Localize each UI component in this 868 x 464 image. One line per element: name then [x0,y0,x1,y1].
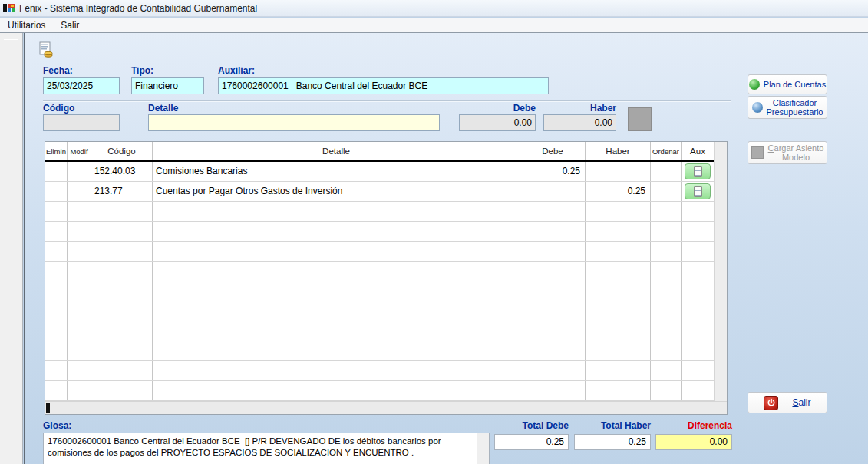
grid-cell [520,341,586,360]
table-row[interactable] [45,262,715,281]
table-row[interactable] [45,341,715,361]
grid-cell [153,381,520,400]
table-row[interactable] [45,301,715,321]
entries-grid: Elimin Modif Código Detalle Debe Haber O… [45,141,728,415]
grid-cell [586,202,651,221]
clasificador-label: Clasificador Presupuestario [767,98,823,117]
table-row[interactable] [45,361,715,381]
scrollbar-thumb[interactable] [46,403,50,413]
grid-cell [586,341,651,360]
grid-cell [651,262,682,281]
grid-cell [68,361,91,380]
add-entry-button[interactable] [628,107,652,131]
divider [43,100,731,102]
table-row[interactable] [45,202,715,222]
grid-cell [45,281,68,301]
left-collapsed-panel[interactable] [0,33,23,464]
fecha-field[interactable]: 25/03/2025 [43,77,120,94]
title-bar: Fenix - Sistema Integrado de Contabilida… [0,0,868,17]
salir-button[interactable]: Salir [748,392,827,413]
table-row[interactable] [45,242,715,262]
grid-horizontal-scrollbar[interactable] [45,401,727,414]
col-header-modif: Modif [68,142,91,160]
diferencia-label: Diferencia [655,420,732,431]
detalle-field[interactable] [148,114,440,131]
grid-cell [682,162,715,181]
menu-salir[interactable]: Salir [53,18,87,32]
auxiliar-field[interactable]: 1760002600001 Banco Central del Ecuador … [218,77,549,94]
codigo-label: Código [43,103,74,114]
table-row[interactable] [45,222,715,242]
grid-cell [586,361,651,380]
grid-cell [586,242,651,261]
grid-cell [68,162,91,181]
grid-cell [586,301,651,321]
grid-cell [91,281,153,301]
debe-field[interactable]: 0.00 [459,114,536,131]
gray-square-icon [751,146,764,159]
col-header-elimin: Elimin [45,142,68,160]
salir-label: Salir [792,398,810,407]
cargar-label: Cargar Asiento Modelo [768,143,824,162]
grid-cell [651,242,682,261]
table-row[interactable]: 213.77Cuentas por Pagar Otros Gastos de … [45,182,715,202]
grid-cell [68,381,91,400]
plan-de-cuentas-button[interactable]: Plan de Cuentas [748,74,827,94]
aux-button[interactable] [685,163,711,179]
table-row[interactable] [45,281,715,301]
grid-cell [651,301,682,321]
glosa-field[interactable]: 1760002600001 Banco Central del Ecuador … [43,433,490,464]
grid-cell [45,341,68,360]
grid-cell [153,321,520,341]
grid-cell [153,301,520,321]
grid-cell [586,222,651,241]
aux-button[interactable] [685,183,711,199]
col-header-debe: Debe [520,142,586,160]
cargar-asiento-modelo-button[interactable]: Cargar Asiento Modelo [748,141,827,164]
grid-cell [91,321,153,341]
table-row[interactable] [45,381,715,401]
grid-cell [682,381,715,400]
fecha-label: Fecha: [43,65,73,76]
grid-cell [153,222,520,241]
grid-cell: Comisiones Bancarias [153,162,520,181]
grid-vertical-scrollbar[interactable] [714,142,727,401]
plan-de-cuentas-label: Plan de Cuentas [764,80,826,89]
grid-cell [520,182,586,201]
grid-cell [45,222,68,241]
grid-cell: 0.25 [586,182,651,201]
splitter-grip-icon [4,38,18,40]
codigo-field[interactable] [43,114,120,131]
form-content: Fecha: 25/03/2025 Tipo: Financiero Auxil… [24,33,868,464]
grid-cell [45,162,68,181]
glosa-scrollbar[interactable] [477,433,489,464]
grid-cell [68,262,91,281]
grid-cell [651,361,682,380]
grid-cell [68,222,91,241]
haber-field[interactable]: 0.00 [543,114,616,131]
ledger-document-icon[interactable] [38,41,54,58]
col-header-aux: Aux [682,142,715,160]
col-header-ordenar: Ordenar [651,142,682,160]
menu-bar: Utilitarios Salir [0,18,868,32]
grid-cell [682,182,715,201]
grid-cell [91,301,153,321]
grid-cell [520,222,586,241]
table-row[interactable]: 152.40.03Comisiones Bancarias0.25 [45,162,715,182]
tipo-label: Tipo: [131,65,153,76]
grid-cell [586,321,651,341]
menu-utilitarios[interactable]: Utilitarios [0,18,53,32]
grid-cell [153,341,520,360]
grid-cell [682,242,715,261]
grid-cell [153,242,520,261]
grid-cell [586,162,651,181]
haber-label: Haber [543,103,616,114]
total-haber-label: Total Haber [574,420,651,431]
document-icon [694,166,702,177]
tipo-field[interactable]: Financiero [131,77,204,94]
clasificador-presupuestario-button[interactable]: Clasificador Presupuestario [748,96,827,119]
table-row[interactable] [45,321,715,341]
grid-cell [651,341,682,360]
grid-cell [586,262,651,281]
grid-cell [68,182,91,201]
